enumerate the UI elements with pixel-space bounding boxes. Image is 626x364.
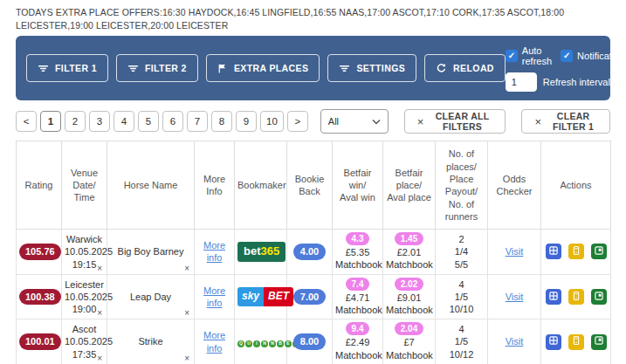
next-page-button[interactable]: > — [287, 111, 308, 132]
place-available: £9.01 — [386, 292, 432, 304]
race-date: 10.05.2025 — [65, 245, 104, 258]
win-odds-badge: 7.4 — [346, 278, 370, 291]
interval-row: Refresh interval Minimum rating — [506, 72, 626, 92]
chevron-down-icon — [372, 116, 381, 127]
clear-filter1-button[interactable]: × CLEAR FILTER 1 — [521, 109, 610, 134]
filter2-button[interactable]: FILTER 2 — [116, 54, 198, 82]
col-places: No. of places/ Place Payout/ No. of runn… — [436, 141, 488, 230]
exclude-horse-button[interactable]: × — [184, 309, 189, 318]
calculator-action-button[interactable] — [568, 244, 584, 259]
clear-all-filters-button[interactable]: × CLEAR ALL FILTERS — [404, 109, 506, 134]
calculator-action-button[interactable] — [568, 289, 584, 305]
grid-action-button[interactable] — [546, 334, 561, 350]
calculator-icon — [571, 291, 581, 304]
place-odds-badge: 1.45 — [395, 232, 423, 245]
more-info-link[interactable]: More info — [203, 330, 225, 353]
extra-places-label: EXTRA PLACES — [234, 63, 309, 73]
refresh-interval-label: Refresh interval — [543, 77, 610, 87]
odds-checker-link[interactable]: Visit — [506, 336, 524, 347]
exclude-venue-button[interactable]: × — [97, 354, 102, 363]
checkbox-item[interactable]: Auto refresh — [506, 45, 552, 66]
calculator-icon — [571, 335, 581, 348]
win-available: £2.49 — [335, 336, 380, 348]
refresh-interval-input[interactable] — [506, 72, 537, 92]
filter1-button[interactable]: FILTER 1 — [26, 54, 108, 82]
settings-label: SETTINGS — [356, 63, 405, 73]
settings-button[interactable]: SETTINGS — [327, 54, 416, 82]
place-available: £7 — [386, 336, 432, 348]
more-info-link[interactable]: More info — [203, 285, 225, 308]
venue-name: Warwick — [65, 233, 104, 245]
page-button[interactable]: 6 — [162, 111, 183, 132]
note-icon — [594, 245, 604, 258]
grid-action-button[interactable] — [546, 289, 561, 305]
col-venue: Venue Date/ Time — [62, 141, 107, 230]
page-button[interactable]: 3 — [89, 111, 110, 132]
num-runners: 5/5 — [438, 258, 485, 271]
grid-icon — [548, 245, 559, 258]
checkbox-box[interactable] — [561, 50, 573, 62]
rating-badge: 100.38 — [19, 289, 61, 305]
note-icon — [594, 335, 604, 348]
checkbox-label: Notifications — [577, 51, 626, 61]
col-odds-checker: Odds Checker — [488, 141, 541, 230]
race-date: 10.05.2025 — [65, 335, 104, 347]
calculator-icon — [571, 245, 581, 258]
page-button[interactable]: 5 — [138, 111, 159, 132]
exclude-horse-button[interactable]: × — [184, 354, 189, 363]
reload-label: RELOAD — [453, 63, 494, 73]
col-actions: Actions — [541, 141, 611, 230]
filter-icon — [339, 63, 350, 74]
calculator-action-button[interactable] — [568, 334, 584, 350]
page-button[interactable]: 7 — [187, 111, 208, 132]
grid-action-button[interactable] — [546, 244, 561, 259]
page-button[interactable]: 4 — [114, 111, 134, 132]
reload-icon — [436, 63, 447, 74]
grid-icon — [548, 291, 559, 304]
bookmaker-filter-select[interactable]: All — [320, 109, 389, 134]
exclude-horse-button[interactable]: × — [184, 264, 189, 273]
note-action-button[interactable] — [591, 244, 607, 259]
num-places: 2 — [438, 233, 485, 245]
bookie-back-odds: 7.00 — [293, 289, 326, 305]
page-button[interactable]: 1 — [40, 111, 61, 132]
close-icon: × — [534, 115, 541, 128]
odds-checker-link[interactable]: Visit — [506, 292, 524, 302]
flag-icon — [217, 63, 228, 74]
note-action-button[interactable] — [591, 289, 607, 305]
horse-name: Leap Day — [110, 291, 191, 303]
quinnbet-letter: N — [269, 340, 276, 347]
place-available: £2.01 — [386, 246, 432, 258]
bookmaker-filter-value: All — [328, 116, 339, 127]
filter-icon — [38, 63, 49, 74]
page-button[interactable]: 8 — [211, 111, 232, 132]
table-row: 105.76 Warwick 10.05.2025 19:15 × Big Bo… — [17, 230, 611, 275]
table-row: 100.38 Leicester 10.05.2025 19:00 × Leap… — [17, 274, 611, 319]
prev-page-button[interactable]: < — [16, 111, 37, 132]
num-places: 4 — [438, 323, 485, 335]
page-button[interactable]: 9 — [236, 111, 257, 132]
reload-button[interactable]: RELOAD — [424, 54, 506, 82]
place-odds-badge: 2.02 — [395, 278, 423, 291]
page-button[interactable]: 2 — [65, 111, 86, 132]
quinnbet-letter: Q — [237, 340, 244, 347]
checkbox-label: Auto refresh — [522, 45, 552, 66]
minimum-rating-input[interactable] — [620, 72, 626, 92]
skybet-logo: skyBET — [237, 287, 293, 306]
bookie-back-odds: 4.00 — [293, 244, 326, 259]
rating-badge: 100.01 — [19, 333, 61, 349]
close-icon: × — [417, 115, 424, 128]
page-button[interactable]: 10 — [260, 111, 284, 132]
toolbar-buttons: FILTER 1 FILTER 2 EXTRA PLACES SETTINGS … — [26, 54, 506, 82]
exclude-venue-button[interactable]: × — [97, 309, 102, 318]
odds-checker-link[interactable]: Visit — [506, 246, 524, 257]
exclude-venue-button[interactable]: × — [97, 264, 102, 273]
table-row: 100.01 Ascot 10.05.2025 17:35 × Strike ×… — [17, 319, 611, 364]
checkbox-box[interactable] — [506, 50, 518, 62]
page-buttons: 1 2 3 4 5 6 7 8 9 10 — [40, 111, 284, 132]
note-action-button[interactable] — [591, 334, 607, 350]
extra-places-button[interactable]: EXTRA PLACES — [206, 54, 320, 82]
checkbox-item[interactable]: Notifications — [561, 50, 626, 62]
bookmaker-logo: bet365 skyBET QUINNBET WilliamHILL — [237, 291, 293, 301]
more-info-link[interactable]: More info — [203, 240, 225, 263]
